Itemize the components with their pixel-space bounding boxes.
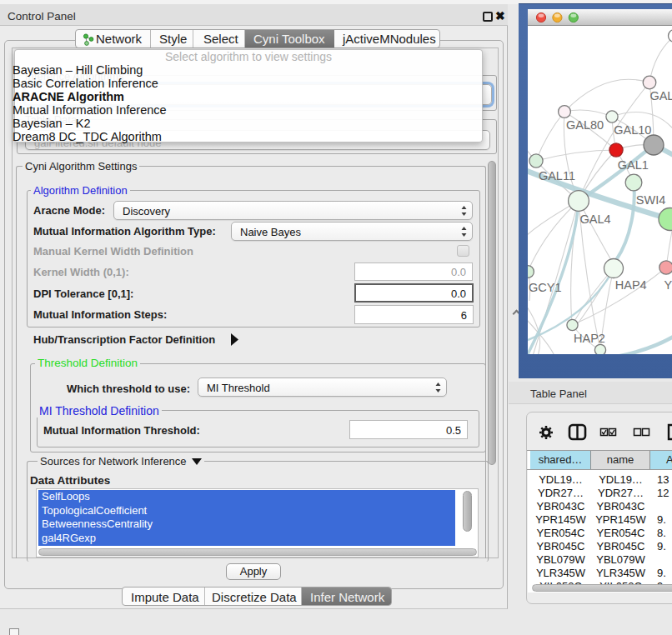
- svg-text:GAL11: GAL11: [539, 169, 575, 182]
- svg-text:GCY1: GCY1: [529, 281, 562, 294]
- svg-text:Y: Y: [664, 278, 672, 292]
- svg-text:SWI4: SWI4: [636, 193, 665, 207]
- svg-text:GAL1: GAL1: [618, 158, 649, 172]
- svg-text:HAP4: HAP4: [615, 278, 647, 292]
- svg-text:GAL10: GAL10: [614, 123, 651, 137]
- svg-text:GAL: GAL: [649, 89, 672, 102]
- svg-text:HAP2: HAP2: [574, 332, 605, 345]
- svg-text:GAL4: GAL4: [580, 212, 611, 226]
- svg-text:GAL80: GAL80: [566, 118, 604, 132]
